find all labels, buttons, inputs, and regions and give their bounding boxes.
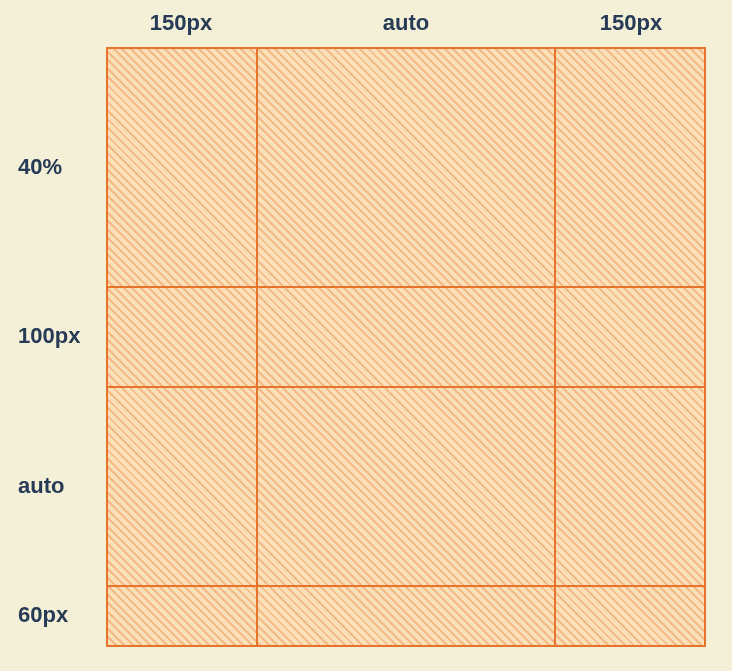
grid-cell xyxy=(257,48,555,287)
row-label-2: 100px xyxy=(18,323,80,349)
grid-cell xyxy=(555,387,705,586)
grid-cell xyxy=(107,287,257,387)
grid-cell xyxy=(257,387,555,586)
col-label-1: 150px xyxy=(150,10,212,36)
grid-cell xyxy=(555,287,705,387)
grid-cell xyxy=(257,287,555,387)
grid-cell xyxy=(555,586,705,646)
grid-cell xyxy=(257,586,555,646)
col-label-2: auto xyxy=(383,10,429,36)
col-label-3: 150px xyxy=(600,10,662,36)
grid-cell xyxy=(107,387,257,586)
diagram-stage: 150px auto 150px 40% 100px auto 60px xyxy=(0,0,732,671)
grid-box xyxy=(106,47,706,647)
row-label-4: 60px xyxy=(18,602,68,628)
grid-cell xyxy=(107,48,257,287)
row-label-1: 40% xyxy=(18,154,62,180)
row-label-3: auto xyxy=(18,473,64,499)
grid-cell xyxy=(555,48,705,287)
grid-cell xyxy=(107,586,257,646)
